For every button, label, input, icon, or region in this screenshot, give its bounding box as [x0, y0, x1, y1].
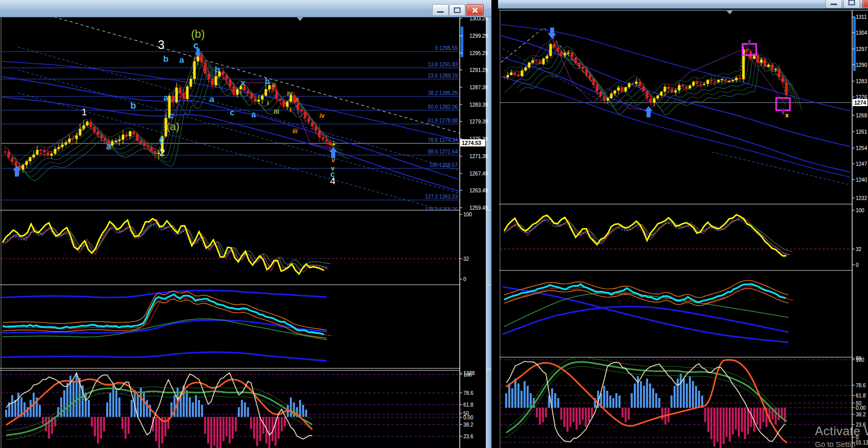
indicator-tick: 32 — [463, 256, 469, 262]
price-tick: 1271.39 — [469, 154, 488, 159]
price-axis[interactable]: 1311130412971290128312761268126112541247… — [852, 10, 868, 448]
close-button[interactable] — [466, 4, 484, 16]
wave-label[interactable]: ii — [272, 81, 276, 89]
right-chart-window: x131113041297129012831276126812611254124… — [498, 0, 868, 448]
price-tick: 1259.49 — [469, 205, 488, 211]
wave-label[interactable]: iv — [287, 90, 293, 97]
indicator-tick: 100 — [856, 208, 864, 213]
price-tick: 1299.29 — [469, 33, 488, 39]
minimize-icon — [831, 4, 837, 5]
current-price: 1274.53 — [462, 140, 481, 146]
wave-label[interactable]: a — [163, 93, 168, 103]
fib-label[interactable]: 13.8 1291.83 — [428, 62, 458, 67]
wave-label[interactable]: 3 — [158, 38, 165, 52]
price-tick: 1291.29 — [469, 67, 488, 73]
price-tick: 1261 — [856, 129, 867, 135]
fib-label[interactable]: 127.2 1261.23 — [425, 194, 458, 200]
indicator-tick: 78.6 — [463, 390, 474, 396]
price-tick: 1232 — [856, 195, 867, 201]
desktop: 0 1295.5513.8 1291.8323.6 1289.1938.2 12… — [0, 0, 868, 448]
wave-label[interactable]: 1 — [82, 107, 87, 117]
wave-label[interactable]: ii — [295, 96, 299, 104]
watermark-line1: Activate Wi — [815, 424, 868, 438]
wave-label[interactable]: c — [169, 111, 173, 120]
price-tick: 1247 — [856, 161, 867, 167]
fib-label[interactable]: 138.2 1258.26 — [425, 207, 458, 212]
fib-label[interactable]: 0 1295.55 — [435, 45, 458, 51]
minimize-button[interactable] — [432, 4, 449, 16]
wave-label[interactable]: a — [252, 110, 256, 119]
price-tick: 1267.49 — [469, 171, 488, 177]
wave-label[interactable]: b — [163, 54, 168, 64]
right-chart-canvas[interactable]: x131113041297129012831276126812611254124… — [498, 0, 868, 448]
restore-icon — [454, 7, 461, 13]
fib-label[interactable]: 88.6 1271.64 — [428, 149, 458, 155]
wave-label[interactable]: iv — [319, 112, 325, 119]
price-tick: 1283 — [856, 79, 867, 84]
wave-label[interactable]: (b) — [191, 28, 205, 40]
price-tick: 1290 — [856, 62, 867, 68]
wave-label[interactable]: iii — [274, 108, 280, 115]
restore-icon — [849, 0, 855, 5]
wave-label[interactable]: a — [209, 94, 214, 104]
indicator-tick: 38.2 — [856, 412, 866, 417]
fib-label[interactable]: 23.6 1289.19 — [428, 73, 458, 79]
indicator-tick: 89 — [856, 356, 862, 361]
indicator-tick: 0.00 — [463, 415, 474, 420]
indicator-tick: 0 — [856, 262, 859, 268]
wave-label[interactable]: (a) — [166, 120, 180, 132]
price-tick: 1295.29 — [469, 51, 488, 56]
axis-scale-marker[interactable] — [461, 27, 463, 57]
indicator-tick: 32 — [856, 246, 862, 252]
price-axis[interactable]: 1303.291299.291295.291291.291287.391283.… — [460, 16, 488, 448]
price-tick: 1268 — [856, 113, 867, 118]
indicator-tick: 23.6 — [463, 434, 474, 439]
wave-label[interactable]: i — [267, 99, 269, 107]
wave-label[interactable]: c — [193, 40, 199, 51]
wave-label[interactable]: iii — [292, 128, 298, 135]
wave-label[interactable]: b — [131, 101, 136, 111]
wave-label[interactable]: c — [159, 135, 164, 145]
window-right-border — [486, 17, 491, 448]
wave-label[interactable]: v — [331, 164, 335, 172]
indicator-tick: 78.6 — [856, 383, 866, 388]
price-tick: 1240 — [856, 177, 867, 183]
price-tick: 1311 — [856, 14, 867, 20]
x-mark: x — [785, 111, 789, 119]
restore-button[interactable] — [449, 4, 465, 16]
left-chart-window: 0 1295.5513.8 1291.8323.6 1289.1938.2 12… — [0, 0, 491, 448]
fib-label[interactable]: 38.2 1285.25 — [428, 90, 458, 96]
minimize-button[interactable] — [826, 0, 842, 8]
indicator-tick: 0 — [463, 277, 466, 282]
minimize-icon — [437, 11, 444, 13]
current-price: 1274 — [854, 99, 866, 106]
price-tick: 1254 — [856, 145, 867, 151]
price-tick: 1304 — [856, 30, 867, 36]
fib-label[interactable]: 61.8 1278.88 — [428, 118, 458, 123]
price-tick: 1287.39 — [469, 85, 488, 90]
watermark-line2: Go to Settin — [815, 440, 868, 448]
windows-activation-watermark: Activate Wi Go to Settin — [815, 424, 868, 448]
price-tick: 1297 — [856, 46, 867, 52]
wave-label[interactable]: a — [179, 55, 184, 65]
indicator-tick: 1328 — [463, 370, 475, 376]
right-titlebar[interactable] — [498, 0, 868, 9]
fib-label[interactable]: 78.6 1274.34 — [428, 137, 458, 143]
price-tick: 1283.39 — [469, 102, 488, 108]
wave-label[interactable]: b — [265, 77, 270, 86]
wave-label[interactable]: b — [215, 65, 220, 74]
price-tick: 1263.49 — [469, 188, 488, 193]
wave-label[interactable]: c — [230, 108, 235, 117]
indicator-tick: 61.8 — [463, 402, 474, 408]
fib-label[interactable]: 100 1268.57 — [429, 162, 458, 168]
close-button[interactable] — [862, 0, 868, 8]
left-titlebar[interactable] — [0, 0, 491, 17]
fib-label[interactable]: 50.0 1282.06 — [428, 104, 458, 110]
restore-button[interactable] — [844, 0, 860, 8]
wave-label[interactable]: x — [241, 79, 245, 87]
indicator-tick: 38.2 — [463, 422, 474, 428]
wave-label[interactable]: 2 — [160, 147, 165, 158]
indicator-tick: 100 — [463, 212, 472, 217]
left-chart-canvas[interactable]: 0 1295.5513.8 1291.8323.6 1289.1938.2 12… — [0, 0, 491, 448]
wave-label[interactable]: a — [106, 141, 112, 152]
